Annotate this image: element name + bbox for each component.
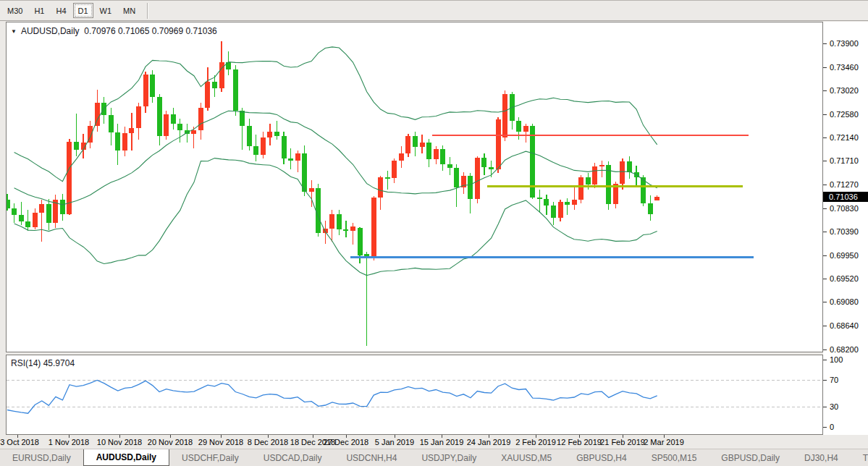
rsi-chart[interactable]	[7, 355, 822, 434]
price-axis-tickmark	[823, 208, 827, 209]
chart-tab-xauusd[interactable]: XAUUSD,M5	[489, 449, 564, 466]
rsi-axis-label: 30	[830, 402, 838, 411]
candle-body	[420, 143, 425, 147]
candle-body	[247, 126, 252, 146]
timeframe-button-w1[interactable]: W1	[95, 3, 117, 18]
candle-body	[233, 69, 238, 111]
candle-body	[150, 75, 155, 97]
timeframe-button-h4[interactable]: H4	[51, 3, 71, 18]
candle-body	[343, 229, 348, 231]
candle-body	[95, 103, 100, 127]
timeframe-button-m30[interactable]: M30	[2, 3, 28, 18]
candle-body	[558, 202, 563, 217]
candle-body	[620, 161, 625, 184]
candle-body	[440, 149, 445, 164]
price-axis-tickmark	[823, 279, 827, 279]
date-axis[interactable]: 23 Oct 20181 Nov 201810 Nov 201820 Nov 2…	[0, 435, 868, 449]
price-axis-label: 0.68640	[830, 321, 859, 330]
candle-body	[212, 82, 217, 88]
candle-body	[648, 203, 653, 214]
price-axis-tickmark	[823, 350, 827, 350]
price-axis-tickmark	[823, 326, 827, 326]
candle-body	[371, 198, 376, 257]
chart-tab-usdjpy[interactable]: USDJPY,Daily	[409, 449, 489, 466]
price-axis-tickmark	[823, 255, 827, 256]
candle-body	[572, 200, 577, 205]
candle-body	[74, 142, 79, 149]
chart-tab-dj30[interactable]: DJ30,H4	[792, 449, 851, 466]
chart-tab-usdchf[interactable]: USDCHF,Daily	[169, 449, 251, 466]
chart-tab-tech100[interactable]: TECH100,H1	[851, 449, 868, 466]
candle-body	[516, 121, 521, 132]
chart-tab-gbpusd[interactable]: GBPUSD,Daily	[709, 449, 792, 466]
candle-body	[302, 153, 307, 192]
candle-body	[385, 177, 390, 179]
rsi-axis-label: 0	[830, 423, 834, 431]
rsi-axis-tickmark	[823, 360, 827, 360]
terminal-window: M30H1H4D1W1MN ▼AUDUSD,Daily 0.70976 0.71…	[0, 0, 868, 466]
rsi-axis-label: 70	[830, 376, 838, 384]
date-axis-label: 2 Mar 2019	[635, 438, 693, 446]
candle-body	[599, 165, 604, 166]
candle-body	[219, 62, 224, 88]
candle-body	[115, 132, 120, 151]
chart-title-ohlc: 0.70976 0.71065 0.70969 0.71036	[84, 26, 217, 36]
price-chart-pane[interactable]: ▼AUDUSD,Daily 0.70976 0.71065 0.70969 0.…	[6, 22, 823, 352]
price-axis-label: 0.69520	[830, 274, 859, 283]
price-axis-tickmark	[823, 43, 827, 44]
chart-title-symbol: AUDUSD,Daily	[21, 26, 80, 36]
candle-body	[592, 166, 597, 185]
timeframe-toolbar: M30H1H4D1W1MN	[0, 0, 868, 21]
candle-body	[282, 136, 287, 159]
candle-body	[358, 228, 363, 255]
price-axis-tickmark	[823, 232, 827, 232]
candle-body	[157, 97, 162, 135]
chart-tab-usdcad[interactable]: USDCAD,Daily	[251, 449, 334, 466]
timeframe-button-h1[interactable]: H1	[29, 3, 49, 18]
candle-body	[578, 177, 583, 200]
candle-body	[475, 158, 480, 199]
candle-body	[413, 136, 418, 148]
rsi-indicator-pane[interactable]: RSI(14) 45.9704	[6, 355, 823, 435]
chart-title: ▼AUDUSD,Daily 0.70976 0.71065 0.70969 0.…	[11, 26, 217, 36]
candle-body	[405, 136, 410, 153]
candle-body	[191, 130, 196, 133]
candle-body	[7, 200, 10, 208]
candle-body	[378, 177, 383, 197]
candle-body	[392, 161, 397, 178]
candle-body	[288, 158, 293, 160]
chart-tab-bar: EURUSD,DailyAUDUSD,DailyUSDCHF,DailyUSDC…	[0, 449, 868, 466]
price-axis-label: 0.72580	[830, 110, 859, 119]
candle-body	[274, 132, 279, 135]
candle-body	[489, 167, 494, 170]
timeframe-button-mn[interactable]: MN	[118, 3, 140, 18]
price-axis-tickmark	[823, 185, 827, 185]
candle-body	[39, 204, 44, 212]
candle-body	[350, 226, 355, 232]
price-axis-tickmark	[823, 161, 827, 161]
candle-body	[19, 215, 24, 221]
price-axis[interactable]: 0.71036 0.739000.734600.730200.725800.72…	[823, 22, 868, 435]
candle-body	[399, 153, 404, 161]
rsi-line	[7, 380, 657, 413]
chart-tab-usdcnh[interactable]: USDCNH,H4	[334, 449, 409, 466]
chart-tab-sp500[interactable]: SP500,M15	[639, 449, 709, 466]
price-axis-label: 0.73020	[830, 86, 859, 95]
rsi-axis-tickmark	[823, 407, 827, 407]
price-axis-label: 0.71270	[830, 180, 859, 189]
candle-body	[253, 146, 258, 155]
candle-body	[544, 199, 549, 206]
current-price-badge: 0.71036	[823, 192, 868, 202]
candle-body	[205, 82, 210, 108]
candle-body	[551, 206, 556, 218]
chart-tab-gbpusd[interactable]: GBPUSD,H4	[564, 449, 639, 466]
timeframe-button-d1[interactable]: D1	[73, 3, 93, 18]
rsi-indicator-label: RSI(14) 45.9704	[11, 358, 75, 368]
candle-body	[136, 106, 141, 128]
candle-body	[177, 124, 182, 130]
chart-tab-audusd[interactable]: AUDUSD,Daily	[83, 449, 169, 466]
candlestick-chart[interactable]	[7, 22, 822, 352]
rsi-axis-label: 100	[830, 355, 843, 364]
chart-tab-eurusd[interactable]: EURUSD,Daily	[0, 449, 83, 466]
symbol-dropdown-icon[interactable]: ▼	[11, 28, 17, 35]
